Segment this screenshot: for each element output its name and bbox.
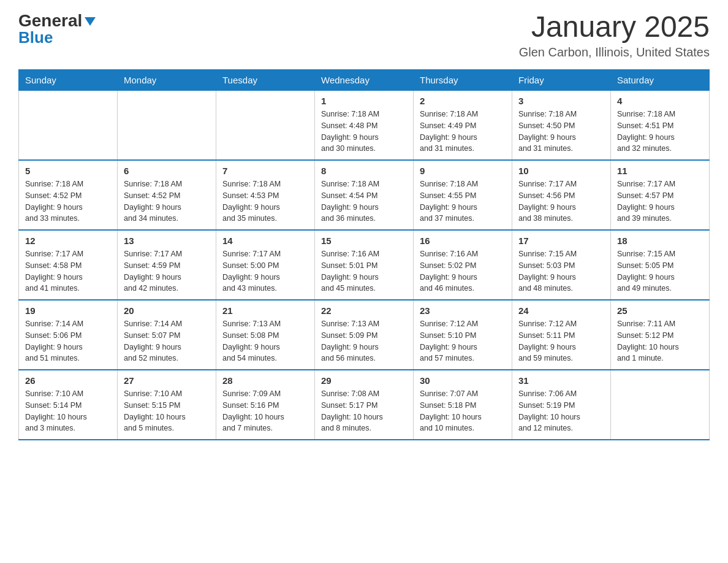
day-info: Sunrise: 7:06 AM Sunset: 5:19 PM Dayligh… [518,388,604,434]
day-number: 31 [518,375,604,386]
calendar-title: January 2025 [519,12,710,42]
day-number: 17 [518,236,604,246]
day-info: Sunrise: 7:17 AM Sunset: 4:58 PM Dayligh… [25,248,111,294]
calendar-day-cell: 18Sunrise: 7:15 AM Sunset: 5:05 PM Dayli… [611,230,710,300]
calendar-subtitle: Glen Carbon, Illinois, United States [519,45,710,59]
day-of-week-header: Friday [512,70,611,91]
day-info: Sunrise: 7:17 AM Sunset: 4:59 PM Dayligh… [124,248,210,294]
day-number: 18 [617,236,703,246]
day-info: Sunrise: 7:18 AM Sunset: 4:53 PM Dayligh… [222,178,308,224]
calendar-day-cell: 11Sunrise: 7:17 AM Sunset: 4:57 PM Dayli… [611,160,710,230]
day-number: 29 [321,375,407,386]
day-number: 28 [222,375,308,386]
calendar-day-cell: 13Sunrise: 7:17 AM Sunset: 4:59 PM Dayli… [118,230,216,300]
day-number: 16 [420,236,506,246]
day-info: Sunrise: 7:17 AM Sunset: 5:00 PM Dayligh… [222,248,308,294]
day-info: Sunrise: 7:12 AM Sunset: 5:11 PM Dayligh… [518,318,604,364]
day-info: Sunrise: 7:12 AM Sunset: 5:10 PM Dayligh… [420,318,506,364]
day-info: Sunrise: 7:07 AM Sunset: 5:18 PM Dayligh… [420,388,506,434]
calendar-day-cell: 4Sunrise: 7:18 AM Sunset: 4:51 PM Daylig… [611,91,710,161]
calendar-day-cell: 10Sunrise: 7:17 AM Sunset: 4:56 PM Dayli… [512,160,611,230]
day-number: 13 [124,236,210,246]
day-info: Sunrise: 7:13 AM Sunset: 5:09 PM Dayligh… [321,318,407,364]
day-of-week-header: Sunday [19,70,118,91]
day-of-week-header: Wednesday [315,70,414,91]
day-info: Sunrise: 7:18 AM Sunset: 4:50 PM Dayligh… [518,109,604,155]
calendar-week-row: 26Sunrise: 7:10 AM Sunset: 5:14 PM Dayli… [19,370,710,440]
day-number: 10 [518,166,604,176]
day-info: Sunrise: 7:16 AM Sunset: 5:02 PM Dayligh… [420,248,506,294]
logo-text-general: General [18,12,82,29]
day-number: 5 [25,166,111,176]
calendar-header-row: SundayMondayTuesdayWednesdayThursdayFrid… [19,70,710,91]
day-number: 8 [321,166,407,176]
day-number: 7 [222,166,308,176]
day-info: Sunrise: 7:18 AM Sunset: 4:52 PM Dayligh… [124,178,210,224]
calendar-day-cell: 27Sunrise: 7:10 AM Sunset: 5:15 PM Dayli… [118,370,216,440]
day-number: 19 [25,305,111,316]
calendar-day-cell: 21Sunrise: 7:13 AM Sunset: 5:08 PM Dayli… [216,300,315,370]
calendar-day-cell: 31Sunrise: 7:06 AM Sunset: 5:19 PM Dayli… [512,370,611,440]
logo: General Blue [18,12,97,45]
day-info: Sunrise: 7:10 AM Sunset: 5:15 PM Dayligh… [124,388,210,434]
day-of-week-header: Saturday [611,70,710,91]
calendar-day-cell: 30Sunrise: 7:07 AM Sunset: 5:18 PM Dayli… [414,370,512,440]
day-number: 22 [321,305,407,316]
calendar-day-cell [118,91,216,161]
day-number: 30 [420,375,506,386]
day-info: Sunrise: 7:08 AM Sunset: 5:17 PM Dayligh… [321,388,407,434]
calendar-day-cell [216,91,315,161]
day-number: 20 [124,305,210,316]
calendar-week-row: 1Sunrise: 7:18 AM Sunset: 4:48 PM Daylig… [19,91,710,161]
day-number: 14 [222,236,308,246]
calendar-week-row: 5Sunrise: 7:18 AM Sunset: 4:52 PM Daylig… [19,160,710,230]
title-section: January 2025 Glen Carbon, Illinois, Unit… [519,12,710,59]
calendar-day-cell: 5Sunrise: 7:18 AM Sunset: 4:52 PM Daylig… [19,160,118,230]
calendar-week-row: 12Sunrise: 7:17 AM Sunset: 4:58 PM Dayli… [19,230,710,300]
day-info: Sunrise: 7:15 AM Sunset: 5:05 PM Dayligh… [617,248,703,294]
day-of-week-header: Monday [118,70,216,91]
day-number: 2 [420,96,506,106]
day-info: Sunrise: 7:18 AM Sunset: 4:48 PM Dayligh… [321,109,407,155]
calendar-day-cell: 9Sunrise: 7:18 AM Sunset: 4:55 PM Daylig… [414,160,512,230]
calendar-day-cell: 15Sunrise: 7:16 AM Sunset: 5:01 PM Dayli… [315,230,414,300]
day-number: 3 [518,96,604,106]
calendar-day-cell: 8Sunrise: 7:18 AM Sunset: 4:54 PM Daylig… [315,160,414,230]
day-number: 15 [321,236,407,246]
day-number: 27 [124,375,210,386]
day-info: Sunrise: 7:18 AM Sunset: 4:49 PM Dayligh… [420,109,506,155]
day-info: Sunrise: 7:16 AM Sunset: 5:01 PM Dayligh… [321,248,407,294]
calendar-day-cell: 3Sunrise: 7:18 AM Sunset: 4:50 PM Daylig… [512,91,611,161]
day-number: 25 [617,305,703,316]
day-number: 9 [420,166,506,176]
day-info: Sunrise: 7:11 AM Sunset: 5:12 PM Dayligh… [617,318,703,364]
calendar-day-cell: 24Sunrise: 7:12 AM Sunset: 5:11 PM Dayli… [512,300,611,370]
day-number: 21 [222,305,308,316]
calendar-day-cell: 6Sunrise: 7:18 AM Sunset: 4:52 PM Daylig… [118,160,216,230]
day-info: Sunrise: 7:14 AM Sunset: 5:06 PM Dayligh… [25,318,111,364]
calendar-week-row: 19Sunrise: 7:14 AM Sunset: 5:06 PM Dayli… [19,300,710,370]
day-info: Sunrise: 7:14 AM Sunset: 5:07 PM Dayligh… [124,318,210,364]
day-number: 6 [124,166,210,176]
day-number: 23 [420,305,506,316]
calendar-day-cell: 2Sunrise: 7:18 AM Sunset: 4:49 PM Daylig… [414,91,512,161]
day-number: 1 [321,96,407,106]
calendar-day-cell: 14Sunrise: 7:17 AM Sunset: 5:00 PM Dayli… [216,230,315,300]
logo-text-blue: Blue [18,29,53,45]
day-number: 26 [25,375,111,386]
calendar-day-cell: 22Sunrise: 7:13 AM Sunset: 5:09 PM Dayli… [315,300,414,370]
calendar-day-cell [611,370,710,440]
day-info: Sunrise: 7:10 AM Sunset: 5:14 PM Dayligh… [25,388,111,434]
calendar-table: SundayMondayTuesdayWednesdayThursdayFrid… [18,69,710,440]
calendar-day-cell: 19Sunrise: 7:14 AM Sunset: 5:06 PM Dayli… [19,300,118,370]
day-info: Sunrise: 7:18 AM Sunset: 4:52 PM Dayligh… [25,178,111,224]
calendar-day-cell: 12Sunrise: 7:17 AM Sunset: 4:58 PM Dayli… [19,230,118,300]
calendar-day-cell: 25Sunrise: 7:11 AM Sunset: 5:12 PM Dayli… [611,300,710,370]
day-number: 11 [617,166,703,176]
calendar-day-cell: 17Sunrise: 7:15 AM Sunset: 5:03 PM Dayli… [512,230,611,300]
page-header: General Blue January 2025 Glen Carbon, I… [18,12,710,59]
day-info: Sunrise: 7:18 AM Sunset: 4:51 PM Dayligh… [617,109,703,155]
calendar-day-cell: 23Sunrise: 7:12 AM Sunset: 5:10 PM Dayli… [414,300,512,370]
svg-marker-0 [85,17,96,26]
day-of-week-header: Tuesday [216,70,315,91]
